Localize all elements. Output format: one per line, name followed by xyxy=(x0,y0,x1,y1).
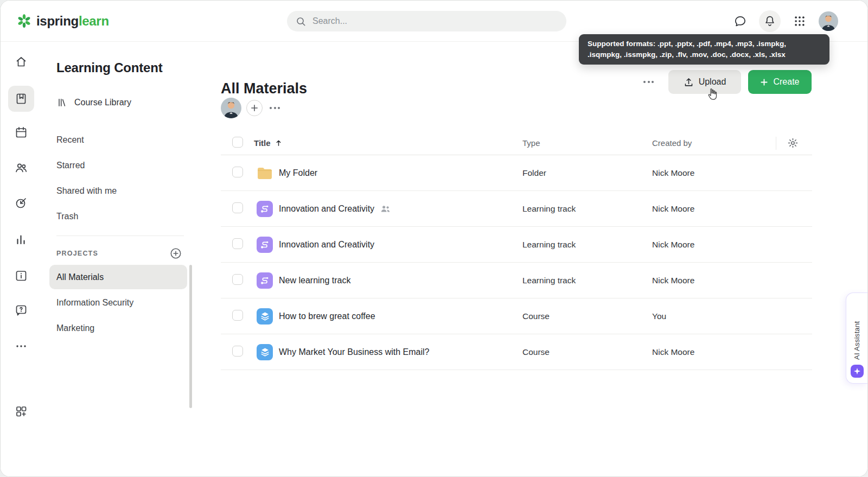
row-checkbox[interactable] xyxy=(232,202,243,213)
plus-icon xyxy=(760,78,768,86)
owners-more-icon[interactable] xyxy=(267,104,282,112)
column-type[interactable]: Type xyxy=(522,138,652,148)
item-title[interactable]: Innovation and Creativity xyxy=(279,204,374,214)
item-title[interactable]: Innovation and Creativity xyxy=(279,240,374,250)
home-icon[interactable] xyxy=(8,49,34,75)
more-icon[interactable] xyxy=(8,333,34,359)
learning-track-icon xyxy=(257,272,273,289)
sidebar-item-starred[interactable]: Starred xyxy=(42,152,196,178)
search-icon xyxy=(296,16,306,27)
add-owner-button[interactable] xyxy=(246,100,263,116)
folder-icon xyxy=(257,165,273,181)
app-window: ispringlearn xyxy=(0,0,868,477)
row-checkbox[interactable] xyxy=(232,310,243,321)
materials-table: Title Type Created by xyxy=(221,131,812,370)
upload-label: Upload xyxy=(699,77,726,87)
global-search[interactable] xyxy=(287,11,566,31)
icon-rail xyxy=(1,42,42,476)
table-row[interactable]: Innovation and Creativity Learning track… xyxy=(221,191,812,227)
upload-icon xyxy=(684,77,694,87)
item-title[interactable]: How to brew great coffee xyxy=(279,311,375,321)
item-title[interactable]: Why Market Your Business with Email? xyxy=(279,347,429,357)
sidebar-item-shared-with-me[interactable]: Shared with me xyxy=(42,178,196,203)
item-created-by: Nick Moore xyxy=(652,276,812,285)
item-created-by: Nick Moore xyxy=(652,168,812,178)
project-item[interactable]: All Materials xyxy=(49,265,187,289)
help-icon[interactable] xyxy=(8,297,34,323)
create-button[interactable]: Create xyxy=(748,70,812,94)
info-calendar-icon[interactable] xyxy=(8,263,34,289)
search-input[interactable] xyxy=(311,16,558,27)
sidebar-item-recent[interactable]: Recent xyxy=(42,127,196,152)
table-row[interactable]: Why Market Your Business with Email? Cou… xyxy=(221,334,812,370)
learning-content-icon[interactable] xyxy=(8,86,34,112)
item-type: Learning track xyxy=(522,276,652,285)
row-checkbox[interactable] xyxy=(232,346,243,357)
sidebar-item-trash[interactable]: Trash xyxy=(42,203,196,229)
bell-icon[interactable] xyxy=(759,10,781,32)
tooltip-line-1: Supported formats: .ppt, .pptx, .pdf, .m… xyxy=(588,39,821,49)
row-checkbox[interactable] xyxy=(232,167,243,177)
sidebar: Learning Content Course Library Recent S… xyxy=(42,42,196,476)
course-library-icon xyxy=(56,97,67,108)
sidebar-item-course-library[interactable]: Course Library xyxy=(56,93,131,112)
page-title: All Materials xyxy=(221,80,307,97)
user-avatar[interactable] xyxy=(819,11,838,31)
course-icon xyxy=(257,344,273,360)
item-created-by: Nick Moore xyxy=(652,240,812,250)
create-label: Create xyxy=(773,77,799,87)
owner-avatar[interactable] xyxy=(221,98,241,118)
sidebar-title: Learning Content xyxy=(56,60,162,75)
table-settings-icon[interactable] xyxy=(787,137,799,149)
project-item[interactable]: Information Security xyxy=(49,290,187,315)
table-header: Title Type Created by xyxy=(221,131,812,155)
table-body: My Folder Folder Nick Moore Innovation a… xyxy=(221,155,812,370)
project-item[interactable]: Marketing xyxy=(49,316,187,340)
column-title[interactable]: Title xyxy=(254,138,522,148)
supported-formats-tooltip: Supported formats: .ppt, .pptx, .pdf, .m… xyxy=(579,34,829,65)
ai-assistant-tab[interactable]: AI Assistant xyxy=(846,292,867,384)
ai-sparkle-icon xyxy=(851,365,864,378)
item-type: Course xyxy=(522,311,652,321)
item-type: Course xyxy=(522,347,652,357)
add-project-icon[interactable] xyxy=(170,247,182,259)
course-library-label: Course Library xyxy=(74,98,131,107)
reports-icon[interactable] xyxy=(8,226,34,252)
sort-asc-icon xyxy=(275,139,282,147)
widgets-icon[interactable] xyxy=(8,398,34,424)
row-checkbox[interactable] xyxy=(232,238,243,249)
item-title[interactable]: My Folder xyxy=(279,168,317,178)
table-row[interactable]: How to brew great coffee Course You xyxy=(221,298,812,334)
projects-header: PROJECTS xyxy=(56,246,182,261)
calendar-icon[interactable] xyxy=(8,119,34,145)
upload-button[interactable]: Upload xyxy=(668,70,741,94)
item-created-by: Nick Moore xyxy=(652,204,812,214)
item-type: Learning track xyxy=(522,240,652,250)
users-icon[interactable] xyxy=(8,155,34,181)
select-all-checkbox[interactable] xyxy=(232,137,243,148)
row-checkbox[interactable] xyxy=(232,274,243,285)
ispring-logo-icon xyxy=(17,14,31,28)
projects-list: All Materials Information Security Marke… xyxy=(49,265,187,341)
item-title[interactable]: New learning track xyxy=(279,276,351,285)
page-actions: Upload Create xyxy=(641,70,812,94)
tooltip-line-2: .isqmpkg, .issmpkg, .zip, .flv, .mov, .d… xyxy=(588,49,821,60)
sidebar-scrollbar[interactable] xyxy=(189,265,192,408)
sidebar-nav: Recent Starred Shared with me Trash xyxy=(42,127,196,229)
table-row[interactable]: Innovation and Creativity Learning track… xyxy=(221,227,812,263)
table-row[interactable]: My Folder Folder Nick Moore xyxy=(221,155,812,191)
chat-icon[interactable] xyxy=(729,10,751,32)
goal-icon[interactable] xyxy=(8,190,34,216)
page-more-icon[interactable] xyxy=(641,78,656,86)
course-icon xyxy=(257,308,273,325)
table-row[interactable]: New learning track Learning track Nick M… xyxy=(221,263,812,298)
apps-grid-icon[interactable] xyxy=(789,10,810,32)
shared-users-icon xyxy=(380,205,391,213)
projects-heading: PROJECTS xyxy=(56,250,98,257)
item-created-by: Nick Moore xyxy=(652,347,812,357)
item-type: Learning track xyxy=(522,204,652,214)
ispring-learn-logo[interactable]: ispringlearn xyxy=(17,14,109,29)
item-created-by: You xyxy=(652,311,812,321)
learning-track-icon xyxy=(257,201,273,217)
brand-wordmark: ispringlearn xyxy=(36,14,109,29)
